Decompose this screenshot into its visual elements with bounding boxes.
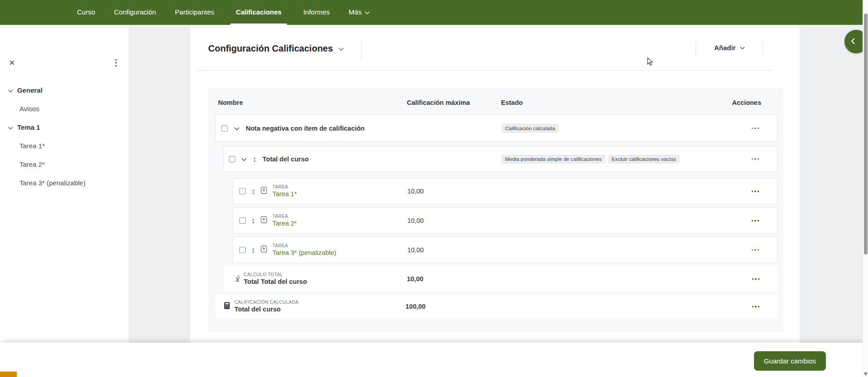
gradebook-setup-screen: Curso Configuración Participantes Califi… — [0, 0, 868, 377]
status-badge: Calificación calculada — [501, 124, 559, 133]
mean-calculation-icon: x̄ — [235, 274, 239, 283]
max-grade-value: 10,00 — [407, 217, 424, 224]
collapse-chevron-icon[interactable] — [234, 124, 239, 132]
chevron-left-icon — [851, 38, 855, 46]
mouse-cursor — [647, 57, 654, 68]
close-drawer-icon[interactable]: × — [9, 59, 15, 67]
kebab-menu-icon[interactable]: ⋮ — [112, 57, 120, 68]
nav-tab-calificaciones[interactable]: Calificaciones — [230, 0, 287, 25]
item-type-label: TAREA — [272, 213, 297, 219]
row-actions-menu[interactable] — [746, 215, 764, 226]
grade-category-row: ↕ Total del curso Media ponderada simple… — [224, 146, 777, 172]
grade-item-link[interactable]: Tarea 2* — [272, 219, 297, 228]
column-header-estado: Estado — [501, 99, 523, 106]
category-name-link[interactable]: Total del curso — [262, 156, 309, 163]
assignment-icon — [261, 187, 267, 196]
collapse-chevron-icon[interactable] — [241, 155, 247, 163]
header-divider — [696, 40, 696, 58]
assignment-icon — [261, 216, 267, 225]
nav-tab-participantes[interactable]: Participantes — [172, 0, 217, 25]
item-type-label: TAREA — [272, 184, 297, 190]
row-checkbox[interactable] — [239, 247, 246, 253]
drawer-controls: × ⋮ — [9, 57, 120, 68]
grade-setup-table: Nombre Calificación máxima Estado Accion… — [208, 88, 783, 332]
page-title: Configuración Calificaciones — [208, 43, 333, 54]
course-total-row: CALIFICACIÓN CALCULADA Total del curso 1… — [215, 295, 777, 318]
chevron-down-icon — [339, 45, 344, 53]
header-rule — [198, 70, 773, 71]
row-actions-menu[interactable] — [746, 154, 764, 165]
grade-item-link[interactable]: Tarea 1* — [272, 190, 297, 198]
max-grade-value: 10,00 — [407, 246, 424, 254]
assignment-icon — [261, 245, 267, 254]
row-actions-menu[interactable] — [746, 245, 764, 255]
chevron-down-icon — [365, 8, 370, 16]
nav-tab-informes[interactable]: Informes — [300, 0, 332, 25]
row-checkbox[interactable] — [239, 217, 246, 224]
max-grade-value: 10,00 — [407, 275, 423, 283]
grade-item-row: ↕ TAREA Tarea 1* 10,00 — [233, 178, 777, 204]
header-divider — [361, 38, 362, 61]
row-actions-menu[interactable] — [746, 123, 764, 134]
row-checkbox[interactable] — [239, 188, 246, 194]
right-drawer-gutter — [800, 25, 863, 343]
status-badge: Media ponderada simple de calificaciones — [501, 155, 606, 164]
category-total-row: x̄ CÁLCULO TOTAL Total Total del curso 1… — [224, 266, 777, 292]
course-index-drawer: × ⋮ General Avisos Tema 1 Tarea 1* Tarea… — [0, 25, 129, 343]
row-checkbox[interactable] — [229, 156, 235, 162]
move-handle-icon[interactable]: ↕ — [253, 156, 257, 162]
total-name: Total Total del curso — [244, 278, 307, 286]
nav-tab-curso[interactable]: Curso — [74, 0, 98, 25]
nav-tab-configuracion[interactable]: Configuración — [111, 0, 159, 25]
gradebook-view-selector[interactable]: Configuración Calificaciones — [208, 43, 344, 54]
main-content: Configuración Calificaciones Añadir Nomb… — [190, 25, 800, 343]
item-type-label: CÁLCULO TOTAL — [244, 272, 307, 278]
row-actions-menu[interactable] — [746, 186, 764, 197]
grade-category-row: Nota negativa con ítem de calificación C… — [215, 114, 777, 142]
add-dropdown-button[interactable]: Añadir — [714, 43, 745, 52]
grade-item-row: ↕ TAREA Tarea 2* 10,00 — [233, 207, 777, 234]
max-grade-value: 100,00 — [405, 303, 425, 310]
vertical-scrollbar[interactable] — [863, 0, 868, 377]
save-changes-button[interactable]: Guardar cambios — [754, 351, 826, 371]
move-handle-icon[interactable]: ↕ — [251, 188, 255, 194]
row-checkbox[interactable] — [221, 125, 228, 132]
row-actions-menu[interactable] — [747, 273, 765, 284]
corner-marker — [0, 372, 17, 377]
sidebar-item-tarea3[interactable]: Tarea 3* (penalizable) — [0, 174, 129, 192]
column-header-acciones: Acciones — [732, 99, 761, 106]
chevron-down-icon — [740, 43, 745, 52]
sidebar-item-tema1[interactable]: Tema 1 — [0, 118, 129, 137]
max-grade-value: 10,00 — [407, 188, 424, 195]
chevron-down-icon — [8, 123, 13, 131]
column-header-calificacion-maxima: Calificación máxima — [407, 99, 470, 106]
nav-tab-mas[interactable]: Más — [346, 0, 372, 25]
sidebar-item-tarea2[interactable]: Tarea 2* — [0, 155, 129, 174]
category-name-link[interactable]: Nota negativa con ítem de calificación — [246, 125, 365, 132]
sidebar-item-tarea1[interactable]: Tarea 1* — [0, 137, 129, 155]
grade-item-link[interactable]: Tarea 3* (penalizable) — [272, 249, 336, 257]
course-index-list: General Avisos Tema 1 Tarea 1* Tarea 2* … — [0, 81, 129, 192]
left-gutter — [129, 25, 190, 343]
move-handle-icon[interactable]: ↕ — [251, 247, 255, 253]
scrollbar-down-arrow-icon[interactable] — [863, 372, 868, 376]
chevron-down-icon — [8, 86, 13, 94]
item-type-label: CALIFICACIÓN CALCULADA — [234, 299, 299, 305]
nav-tabs: Curso Configuración Participantes Califi… — [74, 0, 372, 25]
row-actions-menu[interactable] — [747, 301, 765, 312]
scrollbar-thumb[interactable] — [864, 14, 868, 254]
move-handle-icon[interactable]: ↕ — [251, 217, 255, 224]
sidebar-item-general[interactable]: General — [0, 81, 129, 99]
status-badge: Excluir calificaciones vacías — [608, 155, 680, 164]
total-name: Total del curso — [234, 305, 299, 314]
header-divider — [763, 40, 763, 58]
sidebar-item-avisos[interactable]: Avisos — [0, 99, 129, 118]
grade-item-row: ↕ TAREA Tarea 3* (penalizable) 10,00 — [233, 236, 777, 263]
course-navbar: Curso Configuración Participantes Califi… — [0, 0, 868, 25]
sticky-footer: Guardar cambios — [0, 343, 868, 377]
column-header-nombre: Nombre — [218, 99, 243, 106]
item-type-label: TAREA — [272, 243, 336, 249]
calculator-icon — [224, 302, 230, 311]
